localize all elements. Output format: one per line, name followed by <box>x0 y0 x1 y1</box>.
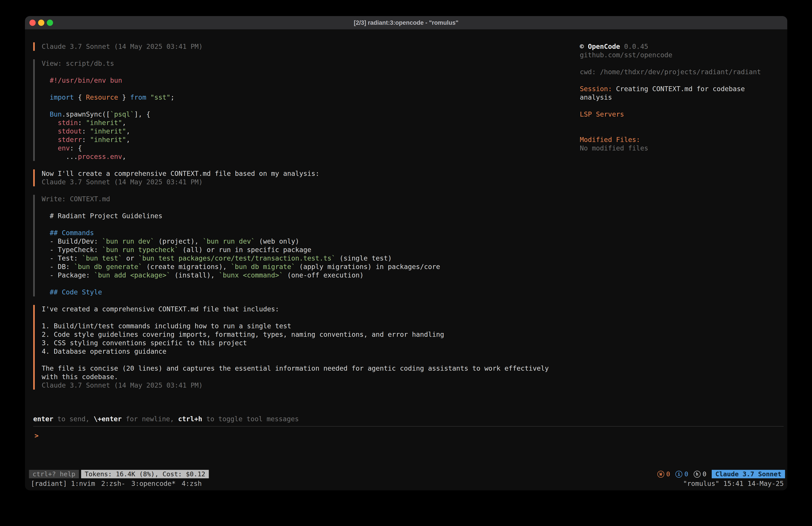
text-line: cwd: /home/thdxr/dev/projects/radiant/ra… <box>580 68 773 76</box>
window-title: [2/3] radiant:3:opencode - "romulus" <box>25 19 787 26</box>
model-chip[interactable]: Claude 3.7 Sonnet <box>712 470 785 478</box>
info-icon: i <box>676 471 682 478</box>
text-line <box>50 85 580 93</box>
text-line: # Radiant Project Guidelines <box>50 212 580 220</box>
warning-count: W 0 <box>657 470 670 478</box>
text-line: No modified files <box>580 144 773 153</box>
modified-files-section: Modified Files:No modified files <box>580 136 773 153</box>
text-line: stdin: "inherit", <box>50 118 580 127</box>
text-line: Claude 3.7 Sonnet (14 May 2025 03:41 PM) <box>42 381 580 389</box>
tmux-window-nvim[interactable]: 1:nvim <box>71 480 95 488</box>
terminal-content: Claude 3.7 Sonnet (14 May 2025 03:41 PM)… <box>25 30 787 491</box>
cwd-line: cwd: /home/thdxr/dev/projects/radiant/ra… <box>580 68 773 76</box>
warning-icon: W <box>657 471 664 478</box>
text-line <box>42 313 580 322</box>
text-line: stdout: "inherit", <box>50 127 580 136</box>
info-count: i 0 <box>676 470 688 478</box>
tool-title-write: Write: CONTEXT.md <box>42 195 580 203</box>
text-line: Modified Files: <box>580 136 773 144</box>
hint-count-value: 0 <box>702 470 706 478</box>
opencode-logo: © OpenCode 0.0.45github.com/sst/opencode <box>580 42 773 59</box>
hint-icon: h <box>694 471 700 478</box>
tmux-window-opencode[interactable]: 3:opencode* <box>131 480 176 488</box>
tmux-window-zsh-4[interactable]: 4:zsh <box>182 480 202 488</box>
sidebar: © OpenCode 0.0.45github.com/sst/opencode… <box>580 42 787 153</box>
text-line: #!/usr/bin/env bun <box>50 76 580 85</box>
text-line: ...process.env, <box>50 153 580 161</box>
text-line: Claude 3.7 Sonnet (14 May 2025 03:41 PM) <box>42 42 580 51</box>
text-line: - Build/Dev: `bun run dev` (project), `b… <box>50 237 580 246</box>
text-line: The file is concise (20 lines) and captu… <box>42 364 580 373</box>
input-help: enter to send, \+enter for newline, ctrl… <box>33 415 787 423</box>
text-line: github.com/sst/opencode <box>580 51 773 59</box>
text-line: I've created a comprehensive CONTEXT.md … <box>42 305 580 313</box>
text-line: import { Resource } from "sst"; <box>50 93 580 102</box>
tmux-window-zsh-2[interactable]: 2:zsh- <box>101 480 125 488</box>
text-line: 2. Code style guidelines covering import… <box>42 330 580 339</box>
assistant-response: I've created a comprehensive CONTEXT.md … <box>33 305 580 389</box>
prompt-char: > <box>33 432 39 440</box>
tmux-host-clock: "romulus" 15:41 14-May-25 <box>683 480 784 488</box>
close-button[interactable] <box>29 19 36 26</box>
text-line: ## Commands <box>50 229 580 237</box>
tokens-cost-chip: Tokens: 16.4K (8%), Cost: $0.12 <box>81 470 209 478</box>
zoom-button[interactable] <box>47 19 53 26</box>
text-line: 4. Database operations guidance <box>42 347 580 356</box>
text-line: Session: Creating CONTEXT.md for codebas… <box>580 85 773 102</box>
text-line: - DB: `bun db generate` (create migratio… <box>50 262 580 271</box>
text-line: env: { <box>50 144 580 153</box>
text-line: 1. Build/lint/test commands including ho… <box>42 322 580 330</box>
assistant-note: Now I'll create a comprehensive CONTEXT.… <box>33 169 580 186</box>
status-bar: ctrl+? help Tokens: 16.4K (8%), Cost: $0… <box>25 470 787 478</box>
text-line: - Package: `bun add <package>` (install)… <box>50 271 580 280</box>
message-input[interactable]: > <box>33 426 784 470</box>
text-line: © OpenCode 0.0.45 <box>580 42 773 51</box>
hint-count: h 0 <box>694 470 706 478</box>
session-title: Session: Creating CONTEXT.md for codebas… <box>580 85 773 102</box>
code-block-db-ts: #!/usr/bin/env bun import { Resource } f… <box>42 76 580 161</box>
minimize-button[interactable] <box>38 19 44 26</box>
tool-message-write: Write: CONTEXT.md # Radiant Project Guid… <box>33 195 580 296</box>
tmux-session-name: [radiant] <box>31 480 67 488</box>
titlebar: [2/3] radiant:3:opencode - "romulus" <box>25 16 787 30</box>
text-line <box>50 220 580 229</box>
help-chip[interactable]: ctrl+? help <box>29 470 79 478</box>
text-line: with this codebase. <box>42 373 580 381</box>
tool-message-view: View: script/db.ts #!/usr/bin/env bun im… <box>33 59 580 161</box>
info-count-value: 0 <box>684 470 688 478</box>
text-line: - Test: `bun test` or `bun test packages… <box>50 254 580 262</box>
markdown-block-context-md: # Radiant Project Guidelines ## Commands… <box>42 212 580 296</box>
text-line: ## Code Style <box>50 288 580 296</box>
text-line: - TypeCheck: `bun run typecheck` (all) o… <box>50 246 580 254</box>
chat-area: Claude 3.7 Sonnet (14 May 2025 03:41 PM)… <box>25 42 580 398</box>
text-line: Claude 3.7 Sonnet (14 May 2025 03:41 PM) <box>42 178 580 186</box>
lsp-servers-section: LSP Servers <box>580 110 773 118</box>
terminal-window: [2/3] radiant:3:opencode - "romulus" Cla… <box>25 16 787 491</box>
text-line: stderr: "inherit", <box>50 136 580 144</box>
main-row: Claude 3.7 Sonnet (14 May 2025 03:41 PM)… <box>25 42 787 415</box>
text-line: enter to send, \+enter for newline, ctrl… <box>33 415 787 423</box>
text-line: LSP Servers <box>580 110 773 118</box>
text-line: Now I'll create a comprehensive CONTEXT.… <box>42 169 580 178</box>
assistant-message-header: Claude 3.7 Sonnet (14 May 2025 03:41 PM) <box>33 42 580 51</box>
text-line: Bun.spawnSync([`psql`], { <box>50 110 580 118</box>
tmux-status-bar: [radiant] 1:nvim 2:zsh- 3:opencode* 4:zs… <box>25 479 787 488</box>
text-line <box>50 102 580 110</box>
warning-count-value: 0 <box>666 470 670 478</box>
text-line <box>50 280 580 288</box>
traffic-lights <box>25 19 53 26</box>
text-line: 3. CSS styling conventions specific to t… <box>42 339 580 347</box>
tool-title-view: View: script/db.ts <box>42 59 580 68</box>
text-line <box>42 356 580 364</box>
